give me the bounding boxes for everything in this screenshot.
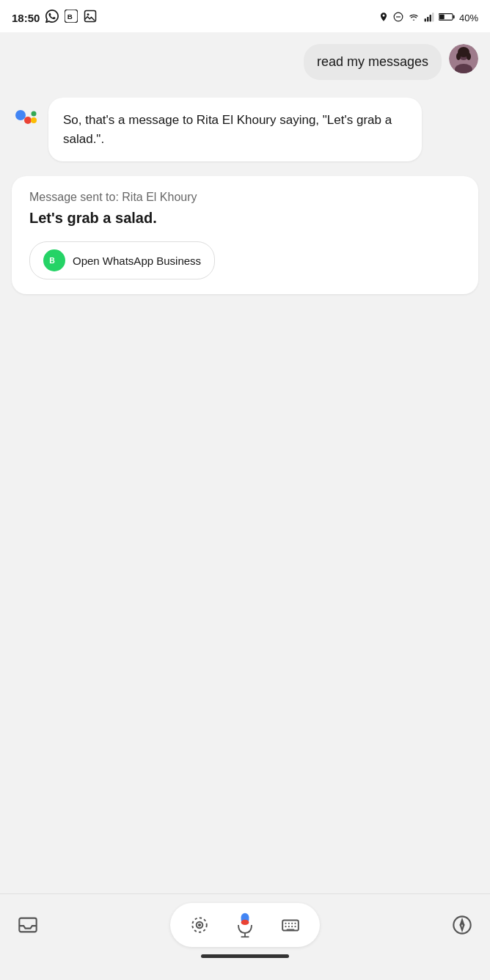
svg-point-22: [32, 111, 37, 117]
signal-icon: [424, 12, 434, 24]
compass-icon[interactable]: [446, 909, 478, 941]
battery-percentage: 40%: [459, 12, 478, 23]
battery-icon: [439, 12, 455, 23]
center-controls: [170, 903, 320, 947]
svg-point-17: [456, 53, 461, 60]
message-card-text: Let's grab a salad.: [29, 210, 461, 227]
keyboard-icon[interactable]: [276, 910, 305, 940]
assistant-response-bubble: So, that's a message to Rita El Khoury s…: [48, 98, 422, 161]
open-whatsapp-label: Open WhatsApp Business: [73, 255, 201, 267]
svg-rect-9: [432, 12, 434, 21]
message-sent-to: Message sent to: Rita El Khoury: [29, 191, 461, 204]
svg-rect-6: [425, 18, 426, 21]
whatsapp-status-icon: [45, 10, 59, 26]
assistant-container: So, that's a message to Rita El Khoury s…: [12, 98, 478, 161]
svg-point-27: [199, 924, 200, 926]
bottom-controls: [12, 903, 478, 947]
svg-rect-29: [241, 920, 249, 925]
message-card: Message sent to: Rita El Khoury Let's gr…: [12, 176, 478, 294]
svg-rect-24: [19, 918, 36, 932]
home-indicator: [201, 954, 289, 958]
inbox-icon[interactable]: [12, 909, 44, 941]
svg-point-3: [87, 13, 89, 15]
status-bar-right: 40%: [379, 12, 478, 24]
svg-text:B: B: [67, 12, 73, 21]
status-time: 18:50: [12, 12, 40, 24]
svg-marker-44: [461, 924, 464, 930]
svg-rect-7: [427, 17, 428, 21]
wifi-icon: [408, 12, 420, 24]
status-bar: 18:50 B: [0, 0, 490, 32]
camera-lens-icon[interactable]: [185, 910, 214, 940]
assistant-response-text: So, that's a message to Rita El Khoury s…: [63, 113, 392, 146]
user-message-container: read my messages: [12, 44, 478, 80]
svg-point-18: [467, 53, 471, 60]
location-icon: [379, 12, 389, 24]
whatsapp-business-icon: B: [43, 249, 65, 271]
open-whatsapp-business-button[interactable]: B Open WhatsApp Business: [29, 241, 215, 279]
status-bar-left: 18:50 B: [12, 10, 97, 26]
gallery-status-icon: [84, 10, 97, 26]
user-message-text: read my messages: [317, 54, 428, 69]
svg-point-19: [15, 110, 26, 120]
svg-rect-12: [439, 14, 445, 19]
chat-area: read my messages: [0, 32, 490, 892]
user-avatar: [449, 44, 478, 73]
svg-point-20: [24, 117, 32, 124]
whatsapp-business-status-icon: B: [65, 10, 78, 26]
dnd-icon: [393, 12, 403, 24]
microphone-button[interactable]: [229, 909, 261, 941]
user-message-bubble: read my messages: [304, 44, 442, 80]
svg-rect-11: [453, 15, 454, 18]
svg-text:B: B: [49, 256, 55, 265]
svg-rect-8: [430, 15, 431, 21]
google-assistant-icon: [12, 100, 41, 130]
svg-point-21: [31, 117, 37, 123]
bottom-bar: [0, 893, 490, 980]
